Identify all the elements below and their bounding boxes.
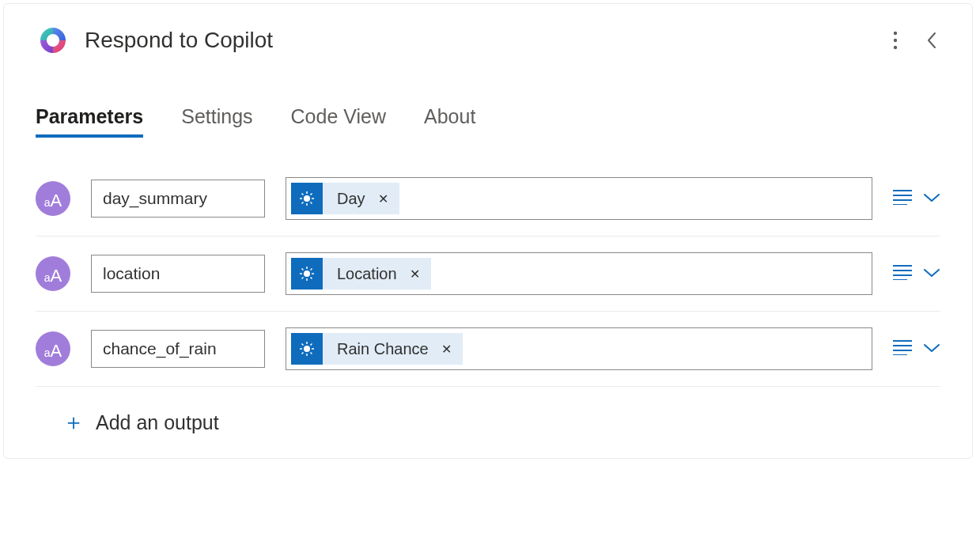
list-icon[interactable] <box>893 189 912 208</box>
parameter-value-box[interactable]: Rain Chance ✕ <box>286 327 872 370</box>
parameter-value-box[interactable]: Day ✕ <box>286 177 872 220</box>
tab-parameters[interactable]: Parameters <box>36 105 143 138</box>
page-title: Respond to Copilot <box>85 28 876 53</box>
text-type-badge: aA <box>36 181 70 216</box>
expand-button[interactable] <box>923 191 940 206</box>
parameter-name-input[interactable] <box>91 255 265 293</box>
text-type-badge: aA <box>36 256 70 291</box>
parameter-value-box[interactable]: Location ✕ <box>286 252 872 295</box>
token-remove-button[interactable]: ✕ <box>407 267 431 282</box>
svg-line-35 <box>311 353 312 354</box>
header-actions <box>890 28 940 53</box>
svg-point-29 <box>304 346 310 352</box>
expand-button[interactable] <box>923 342 940 356</box>
svg-point-0 <box>894 32 897 35</box>
parameter-row: aA <box>36 161 940 236</box>
copilot-icon <box>36 23 70 58</box>
svg-line-21 <box>302 269 304 271</box>
parameter-list: aA <box>4 161 972 387</box>
svg-point-1 <box>894 39 897 42</box>
tab-settings[interactable]: Settings <box>181 105 252 138</box>
more-vertical-icon <box>893 31 898 50</box>
token-label: Location <box>323 265 407 283</box>
token-label: Rain Chance <box>323 340 438 358</box>
token-remove-button[interactable]: ✕ <box>375 191 399 206</box>
svg-line-22 <box>311 278 312 279</box>
add-output-label: Add an output <box>96 411 219 434</box>
list-icon[interactable] <box>893 264 912 283</box>
svg-line-23 <box>302 278 304 279</box>
svg-point-16 <box>304 271 310 277</box>
row-actions <box>893 339 940 358</box>
token-remove-button[interactable]: ✕ <box>438 342 463 357</box>
sun-icon <box>291 333 323 365</box>
sun-icon <box>291 258 323 289</box>
sun-icon <box>291 183 323 214</box>
parameter-row: aA <box>36 236 940 312</box>
parameter-name-input[interactable] <box>91 180 265 218</box>
svg-point-2 <box>894 46 897 49</box>
svg-line-37 <box>311 344 312 346</box>
tab-about[interactable]: About <box>424 105 475 138</box>
panel-header: Respond to Copilot <box>4 4 972 74</box>
svg-line-34 <box>302 344 304 346</box>
dynamic-content-token[interactable]: Location ✕ <box>291 258 431 289</box>
dynamic-content-token[interactable]: Day ✕ <box>291 183 399 214</box>
parameter-name-input[interactable] <box>91 330 265 368</box>
tab-code-view[interactable]: Code View <box>291 105 386 138</box>
text-type-badge: aA <box>36 331 70 366</box>
expand-button[interactable] <box>923 267 940 281</box>
parameter-row: aA <box>36 312 940 387</box>
svg-line-24 <box>311 269 312 271</box>
svg-line-8 <box>302 194 304 195</box>
svg-line-10 <box>302 202 304 204</box>
row-actions <box>893 189 940 208</box>
tabs: Parameters Settings Code View About <box>4 105 972 138</box>
list-icon[interactable] <box>893 339 912 358</box>
svg-point-3 <box>304 195 310 202</box>
respond-to-copilot-panel: Respond to Copilot Parameters Settings C… <box>3 3 973 459</box>
dynamic-content-token[interactable]: Rain Chance ✕ <box>291 333 463 365</box>
svg-line-11 <box>311 194 312 195</box>
token-label: Day <box>323 190 375 208</box>
svg-line-36 <box>302 353 304 354</box>
row-actions <box>893 264 940 283</box>
plus-icon: ＋ <box>62 407 85 437</box>
chevron-left-icon <box>926 31 937 50</box>
more-options-button[interactable] <box>890 28 901 53</box>
svg-line-9 <box>311 202 312 204</box>
add-output-button[interactable]: ＋ Add an output <box>36 387 940 458</box>
collapse-button[interactable] <box>923 28 940 53</box>
